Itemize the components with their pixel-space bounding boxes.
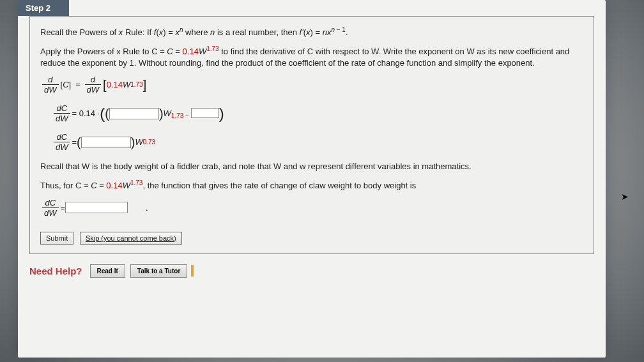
worksheet-page: Step 2 Recall the Powers of x Rule: If f… [18,0,606,358]
step-header: Step 2 [18,0,69,16]
equation-1: ddW [C] = ddW [0.14W1.73] [40,75,583,94]
talk-to-tutor-button[interactable]: Talk to a Tutor [130,264,187,278]
step-content: Recall the Powers of x Rule: If f(x) = x… [29,16,594,254]
help-row: Need Help? Read It Talk to a Tutor [29,264,594,278]
note-variables: Recall that W is the body weight of a fi… [40,161,583,172]
input-final-answer[interactable] [65,202,128,213]
equation-final: dCdW = . [40,198,583,218]
equation-3: dCdW = ( )W0.73 [52,132,583,152]
input-coefficient[interactable] [109,108,159,119]
tutor-accent [191,265,194,276]
thus-statement: Thus, for C = C = 0.14W1.73, the functio… [40,179,583,192]
cursor-icon: ➤ [621,192,629,202]
skip-button[interactable]: Skip (you cannot come back) [80,232,182,245]
recall-rule: Recall the Powers of x Rule: If f(x) = x… [40,26,583,38]
input-exponent-subtract[interactable] [191,108,219,118]
need-help-label: Need Help? [29,266,82,276]
input-product-coefficient[interactable] [81,137,131,148]
apply-rule: Apply the Powers of x Rule to C = C = 0.… [40,45,583,68]
submit-button[interactable]: Submit [40,232,73,245]
read-it-button[interactable]: Read It [90,264,125,278]
button-row: Submit Skip (you cannot come back) [40,232,583,245]
equation-2: dCdW = 0.14 · (( )W1.73 − ) [52,103,583,123]
